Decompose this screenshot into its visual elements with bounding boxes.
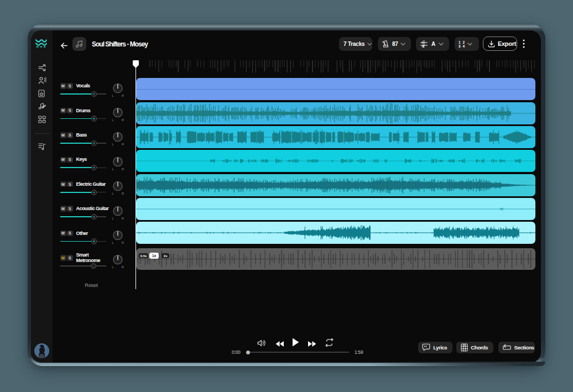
svg-text:R: R	[122, 118, 124, 122]
svg-text:L: L	[112, 217, 114, 220]
svg-text:R: R	[122, 241, 124, 244]
svg-text:L: L	[112, 143, 114, 146]
svg-text:R: R	[122, 94, 124, 97]
svg-text:R: R	[122, 217, 124, 220]
svg-text:L: L	[112, 168, 114, 171]
svg-text:R: R	[122, 168, 124, 171]
svg-text:L: L	[112, 118, 114, 122]
svg-text:R: R	[122, 265, 124, 269]
svg-text:L: L	[112, 94, 114, 97]
svg-text:L: L	[112, 265, 114, 269]
svg-text:L: L	[112, 192, 114, 195]
svg-text:R: R	[122, 143, 124, 146]
svg-text:R: R	[122, 192, 124, 195]
svg-text:L: L	[112, 241, 114, 244]
